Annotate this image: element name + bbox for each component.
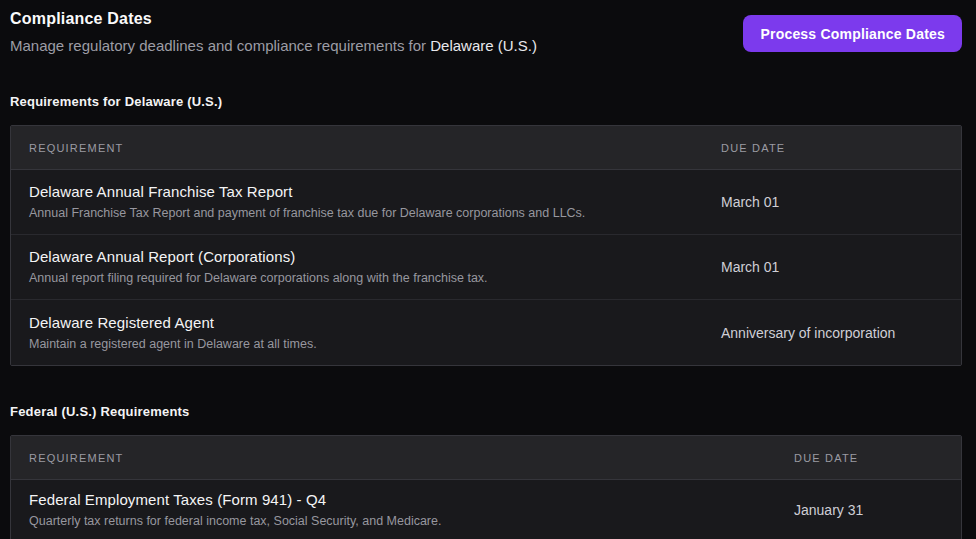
requirement-name: Federal Employment Taxes (Form 941) - Q4	[29, 490, 794, 510]
section-delaware-requirements: Requirements for Delaware (U.S.) Require…	[10, 93, 962, 366]
section-federal-requirements: Federal (U.S.) Requirements Requirement …	[10, 403, 962, 539]
table-header-row: Requirement Due Date	[11, 436, 961, 480]
requirement-cell: Delaware Annual Report (Corporations) An…	[11, 247, 721, 287]
due-date-cell: Anniversary of incorporation	[721, 325, 961, 341]
column-header-requirement: Requirement	[11, 142, 721, 154]
column-header-requirement: Requirement	[11, 452, 794, 464]
page-header: Compliance Dates Manage regulatory deadl…	[10, 8, 962, 56]
requirement-cell: Federal Employment Taxes (Form 941) - Q4…	[11, 490, 794, 530]
requirement-description: Annual report filing required for Delawa…	[29, 269, 721, 287]
delaware-requirements-table: Requirement Due Date Delaware Annual Fra…	[10, 125, 962, 366]
due-date-cell: January 31	[794, 502, 961, 518]
requirement-name: Delaware Annual Report (Corporations)	[29, 247, 721, 267]
column-header-due-date: Due Date	[721, 142, 961, 154]
table-row: Federal Employment Taxes (Form 941) - Q4…	[11, 480, 961, 539]
table-row: Delaware Annual Report (Corporations) An…	[11, 235, 961, 300]
column-header-due-date: Due Date	[794, 452, 961, 464]
requirement-name: Delaware Annual Franchise Tax Report	[29, 182, 721, 202]
table-row: Delaware Annual Franchise Tax Report Ann…	[11, 170, 961, 235]
compliance-page: Compliance Dates Manage regulatory deadl…	[0, 0, 976, 539]
table-row: Delaware Registered Agent Maintain a reg…	[11, 300, 961, 365]
requirement-description: Annual Franchise Tax Report and payment …	[29, 204, 721, 222]
due-date-cell: March 01	[721, 194, 961, 210]
table-header-row: Requirement Due Date	[11, 126, 961, 170]
federal-requirements-table: Requirement Due Date Federal Employment …	[10, 435, 962, 539]
section-heading-federal: Federal (U.S.) Requirements	[10, 403, 962, 420]
requirement-description: Maintain a registered agent in Delaware …	[29, 335, 721, 353]
page-title: Compliance Dates	[10, 8, 537, 30]
requirement-cell: Delaware Annual Franchise Tax Report Ann…	[11, 182, 721, 222]
page-header-text: Compliance Dates Manage regulatory deadl…	[10, 8, 537, 56]
due-date-cell: March 01	[721, 259, 961, 275]
requirement-cell: Delaware Registered Agent Maintain a reg…	[11, 313, 721, 353]
page-subtitle-text: Manage regulatory deadlines and complian…	[10, 37, 430, 54]
page-subtitle: Manage regulatory deadlines and complian…	[10, 35, 537, 56]
requirement-description: Quarterly tax returns for federal income…	[29, 512, 794, 530]
jurisdiction-highlight: Delaware (U.S.)	[430, 37, 537, 54]
section-heading-delaware: Requirements for Delaware (U.S.)	[10, 93, 962, 110]
process-compliance-dates-button[interactable]: Process Compliance Dates	[743, 15, 962, 52]
requirement-name: Delaware Registered Agent	[29, 313, 721, 333]
